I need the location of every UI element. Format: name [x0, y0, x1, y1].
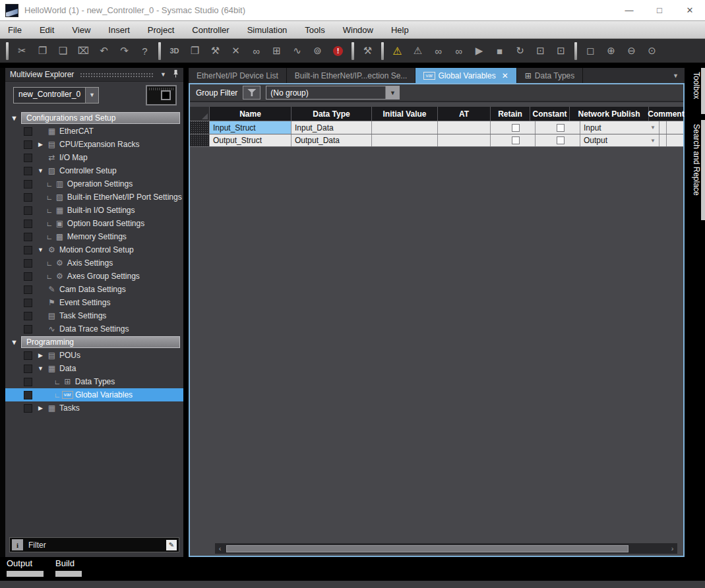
constant-checkbox[interactable] — [557, 124, 565, 132]
search-binoculars-icon[interactable]: ⊚ — [307, 42, 328, 60]
tab-build[interactable]: Build — [55, 558, 82, 577]
help-icon[interactable]: ? — [135, 42, 155, 60]
transfer-from-controller-icon[interactable]: ⊡ — [551, 42, 571, 60]
rebuild-icon[interactable]: ✕ — [226, 42, 246, 60]
tree-item-option-board-settings[interactable]: ▣ Option Board Settings — [5, 217, 183, 230]
tree-item-motion-control-setup[interactable]: ⚙ Motion Control Setup — [5, 243, 183, 256]
tree-item-data-trace-settings[interactable]: ∿ Data Trace Settings — [5, 322, 183, 336]
troubleshoot-icon[interactable]: ⚒ — [357, 42, 378, 60]
retain-checkbox[interactable] — [512, 124, 520, 132]
column-header-name[interactable]: Name — [210, 107, 291, 121]
watch-window-icon[interactable]: ∞ — [246, 42, 266, 60]
synchronize-icon[interactable]: ↻ — [510, 42, 530, 60]
tree-item-axis-settings[interactable]: ⚙ Axis Settings — [5, 256, 183, 270]
expander-open-icon[interactable] — [10, 338, 18, 346]
cell-name[interactable]: Output_Struct — [210, 134, 291, 146]
tab-overflow-icon[interactable]: ▼ — [667, 73, 685, 79]
filter-edit-icon[interactable]: ✎ — [166, 540, 177, 550]
menu-view[interactable]: View — [72, 25, 90, 35]
cell-initial-value[interactable] — [372, 134, 438, 146]
retain-checkbox[interactable] — [512, 136, 520, 144]
tree-item-cpu-expansion-racks[interactable]: ▤ CPU/Expansion Racks — [5, 138, 183, 151]
menu-project[interactable]: Project — [148, 25, 174, 35]
table-corner-cell[interactable] — [190, 107, 210, 121]
expander-closed-icon[interactable] — [36, 405, 45, 411]
window-layout-icon[interactable]: ❐ — [185, 42, 205, 60]
chevron-down-icon[interactable]: ▼ — [385, 86, 399, 99]
paste-icon[interactable]: ❏ — [53, 42, 73, 60]
cell-network-publish[interactable]: Input — [580, 121, 659, 134]
tree-item-operation-settings[interactable]: ▥ Operation Settings — [5, 177, 183, 191]
tab-toolbox[interactable]: Toolbox — [685, 68, 705, 114]
monitor-glasses-off-icon[interactable]: ∞ — [448, 42, 469, 60]
tree-item-tasks[interactable]: ▦ Tasks — [5, 401, 183, 415]
tree-item-global-variables[interactable]: var Global Variables — [5, 388, 183, 401]
error-list-icon[interactable]: ! — [328, 42, 348, 60]
tree-item-io-map[interactable]: ⇄ I/O Map — [5, 151, 183, 164]
chevron-down-icon[interactable]: ▼ — [85, 88, 98, 103]
tree-item-pous[interactable]: ▤ POUs — [5, 349, 183, 362]
cell-data-type[interactable]: Output_Data — [291, 134, 372, 146]
build-icon[interactable]: ⚒ — [205, 42, 226, 60]
tree-item-event-settings[interactable]: ⚑ Event Settings — [5, 296, 183, 309]
cell-at[interactable] — [438, 134, 491, 146]
menu-simulation[interactable]: Simulation — [247, 25, 288, 35]
pin-icon[interactable] — [173, 69, 179, 80]
monitor-glasses-icon[interactable]: ∞ — [428, 42, 448, 60]
menu-controller[interactable]: Controller — [192, 25, 229, 35]
menu-help[interactable]: Help — [391, 25, 409, 35]
copy-icon[interactable]: ❐ — [32, 42, 53, 60]
panel-drag-texture[interactable] — [80, 73, 154, 77]
column-header-retain[interactable]: Retain — [491, 107, 530, 121]
tree-item-data[interactable]: ▦ Data — [5, 362, 183, 375]
expander-open-icon[interactable] — [36, 167, 45, 174]
cell-comment[interactable] — [659, 121, 667, 134]
cell-data-type[interactable]: Input_Data — [291, 121, 372, 134]
cell-network-publish[interactable]: Output — [580, 134, 659, 146]
cut-icon[interactable]: ✂ — [12, 42, 32, 60]
transfer-to-controller-icon[interactable]: ⊡ — [530, 42, 551, 60]
menu-insert[interactable]: Insert — [108, 25, 130, 35]
tree-item-ethercat[interactable]: ▦ EtherCAT — [5, 125, 183, 138]
simulation-warning-off-icon[interactable]: ⚠ — [408, 42, 428, 60]
column-header-at[interactable]: AT — [438, 107, 491, 121]
row-drag-handle[interactable] — [190, 121, 210, 134]
chevron-down-icon[interactable] — [650, 138, 656, 144]
scroll-right-icon[interactable]: › — [667, 544, 677, 552]
cell-initial-value[interactable] — [372, 121, 438, 134]
panel-collapse-icon[interactable]: ▼ — [160, 71, 166, 78]
menu-tools[interactable]: Tools — [305, 25, 324, 35]
column-header-initial-value[interactable]: Initial Value — [372, 107, 438, 121]
tab-data-types[interactable]: ⊞ Data Types — [517, 68, 584, 83]
3d-view-icon[interactable]: 3D — [164, 42, 185, 60]
tree-item-memory-settings[interactable]: ▩ Memory Settings — [5, 230, 183, 243]
cell-name[interactable]: Input_Struct — [210, 121, 291, 134]
zoom-100-icon[interactable]: ⊙ — [642, 42, 662, 60]
tree-item-controller-setup[interactable]: ▨ Controller Setup — [5, 164, 183, 177]
delete-icon[interactable]: ⌧ — [73, 42, 94, 60]
chevron-down-icon[interactable] — [650, 125, 656, 131]
tree-item-data-types[interactable]: ⊞ Data Types — [5, 375, 183, 388]
tab-close-icon[interactable]: ✕ — [502, 71, 508, 80]
expander-open-icon[interactable] — [10, 114, 18, 122]
expander-open-icon[interactable] — [36, 247, 45, 253]
tab-search-and-replace[interactable]: Search and Replace — [685, 120, 705, 220]
tree-item-cam-data-settings[interactable]: ✎ Cam Data Settings — [5, 283, 183, 296]
minimize-button[interactable]: — — [614, 0, 644, 20]
cell-comment[interactable] — [659, 134, 667, 146]
column-header-network-publish[interactable]: Network Publish — [570, 107, 649, 121]
tree-item-builtin-io-settings[interactable]: ▦ Built-in I/O Settings — [5, 204, 183, 217]
cell-at[interactable] — [438, 121, 491, 134]
controller-select[interactable]: new_Controller_0 ▼ — [13, 87, 99, 103]
maximize-button[interactable]: □ — [644, 0, 675, 20]
constant-checkbox[interactable] — [557, 136, 565, 144]
menu-edit[interactable]: Edit — [40, 25, 54, 35]
tab-output[interactable]: Output — [7, 558, 44, 577]
column-header-constant[interactable]: Constant — [530, 107, 570, 121]
watch-table-icon[interactable]: ⊞ — [266, 42, 287, 60]
run-simulation-icon[interactable]: ▶ — [469, 42, 489, 60]
tab-ethernet-ip-device-list[interactable]: EtherNet/IP Device List — [189, 68, 287, 83]
column-header-data-type[interactable]: Data Type — [291, 107, 372, 121]
close-button[interactable]: ✕ — [675, 0, 705, 20]
tab-builtin-ethernet-ip-connection-settings[interactable]: Built-in EtherNet/IP...ection Se... — [287, 68, 416, 83]
